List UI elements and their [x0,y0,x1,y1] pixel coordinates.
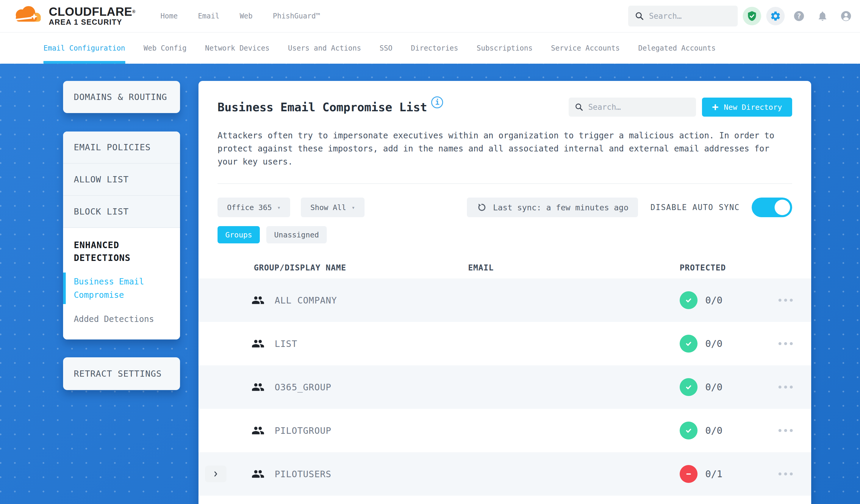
sidebar-item-added-detections[interactable]: Added Detections [74,312,169,326]
disable-auto-sync-label: DISABLE AUTO SYNC [650,203,740,212]
toggle-knob [775,200,790,215]
plus-icon: + [712,102,719,113]
directory-type-dropdown[interactable]: Office 365 ▾ [217,198,290,217]
group-icon [252,467,264,480]
section-nav: Email Configuration Web Config Network D… [0,33,860,64]
user-icon [840,10,852,22]
table-header: GROUP/DISPLAY NAME EMAIL PROTECTED [199,257,811,278]
tab-delegated-accounts[interactable]: Delegated Accounts [638,33,716,64]
group-name: PILOTUSERS [275,469,331,479]
row-actions-menu[interactable] [775,468,796,480]
column-header-email: EMAIL [468,263,680,272]
tab-directories[interactable]: Directories [411,33,458,64]
top-nav-email[interactable]: Email [198,12,219,20]
bell-icon [817,11,828,22]
page-title: Business Email Compromise List [217,101,427,114]
caret-down-icon: ▾ [277,204,281,211]
group-icon [252,294,264,307]
expand-row-button[interactable] [205,466,227,482]
group-icon [252,380,264,394]
groups-table: GROUP/DISPLAY NAME EMAIL PROTECTED ALL C… [199,257,811,496]
sidebar-item-label: DOMAINS & ROUTING [74,92,167,102]
info-icon[interactable]: i [431,96,443,108]
protected-check-icon [680,378,698,396]
table-row: PILOTUSERS 0/1 [199,452,811,496]
tab-network-devices[interactable]: Network Devices [205,33,270,64]
group-name: PILOTGROUP [275,426,331,436]
panel-header: Business Email Compromise List i + New D… [217,81,792,117]
tab-subscriptions[interactable]: Subscriptions [477,33,533,64]
dropdown-value: Office 365 [227,203,272,212]
search-icon [575,103,584,112]
protected-check-icon [680,335,698,352]
protected-count: 0/0 [705,425,722,436]
cloudflare-logo[interactable]: CLOUDFLARE® AREA 1 SECURITY [12,4,135,28]
sidebar-item-domains-routing[interactable]: DOMAINS & ROUTING [63,81,180,113]
svg-text:?: ? [797,12,801,20]
column-header-protected: PROTECTED [680,263,768,272]
tab-users-and-actions[interactable]: Users and Actions [288,33,361,64]
notifications-button[interactable] [813,7,832,25]
row-actions-menu[interactable] [775,294,796,306]
sidebar-item-enhanced-detections[interactable]: ENHANCED DETECTIONS [74,239,169,264]
group-icon [252,337,264,350]
directory-search[interactable] [569,98,696,117]
top-nav: Home Email Web PhishGuard™ [160,12,320,20]
column-header-group-display-name: GROUP/DISPLAY NAME [199,263,468,272]
filter-bar: Office 365 ▾ Show All ▾ Last sync: a few… [217,198,792,217]
sidebar-item-business-email-compromise[interactable]: Business Email Compromise [74,275,169,302]
sidebar-item-email-policies[interactable]: EMAIL POLICIES [63,131,180,164]
tab-email-configuration[interactable]: Email Configuration [43,33,125,64]
table-row: O365_GROUP 0/0 [199,365,811,409]
divider [217,183,792,184]
security-status-button[interactable] [743,7,761,25]
show-filter-dropdown[interactable]: Show All ▾ [301,198,364,217]
sidebar-item-block-list[interactable]: BLOCK LIST [63,196,180,228]
cloudflare-cloud-icon [12,4,45,28]
gear-icon [770,11,781,22]
row-actions-menu[interactable] [775,338,796,349]
page: CLOUDFLARE® AREA 1 SECURITY Home Email W… [0,0,860,504]
sidebar-item-allow-list[interactable]: ALLOW LIST [63,164,180,196]
top-nav-phishguard[interactable]: PhishGuard™ [273,12,320,20]
auto-sync-toggle[interactable] [752,198,792,217]
search-icon [635,11,644,21]
tab-web-config[interactable]: Web Config [144,33,187,64]
last-sync-button[interactable]: Last sync: a few minutes ago [467,198,638,217]
last-sync-label: Last sync: a few minutes ago [493,203,629,212]
protected-count: 0/1 [705,468,722,480]
group-name: ALL COMPANY [275,295,337,305]
workspace: DOMAINS & ROUTING EMAIL POLICIES ALLOW L… [0,64,860,504]
registered-mark: ® [132,9,136,14]
new-directory-button[interactable]: + New Directory [702,98,792,117]
header-actions: ? [628,6,855,27]
help-icon: ? [793,10,805,22]
top-nav-home[interactable]: Home [160,12,178,20]
chevron-right-icon [212,470,219,477]
sidebar-item-retract-settings[interactable]: RETRACT SETTINGS [63,357,180,390]
help-button[interactable]: ? [790,7,808,25]
protected-count: 0/0 [705,381,722,393]
group-tabs: Groups Unassigned [217,226,792,243]
account-button[interactable] [837,7,855,25]
tab-service-accounts[interactable]: Service Accounts [551,33,620,64]
tab-unassigned[interactable]: Unassigned [266,226,327,243]
protected-check-icon [680,291,698,309]
global-search-input[interactable] [649,12,731,20]
unprotected-minus-icon [680,465,698,483]
tab-sso[interactable]: SSO [379,33,392,64]
global-search[interactable] [628,6,738,27]
row-actions-menu[interactable] [775,381,796,393]
tab-groups[interactable]: Groups [217,226,260,243]
directory-search-input[interactable] [588,103,690,112]
settings-button[interactable] [766,7,785,25]
new-directory-label: New Directory [724,103,782,112]
sidebar-item-label: RETRACT SETTINGS [74,369,161,379]
row-actions-menu[interactable] [775,425,796,436]
group-name: O365_GROUP [275,382,331,392]
description: Attackers often try to impersonate execu… [217,129,786,168]
table-row: PILOTGROUP 0/0 [199,409,811,452]
top-nav-web[interactable]: Web [240,12,252,20]
brand-name: CLOUDFLARE® [49,6,135,17]
dropdown-value: Show All [310,203,346,212]
